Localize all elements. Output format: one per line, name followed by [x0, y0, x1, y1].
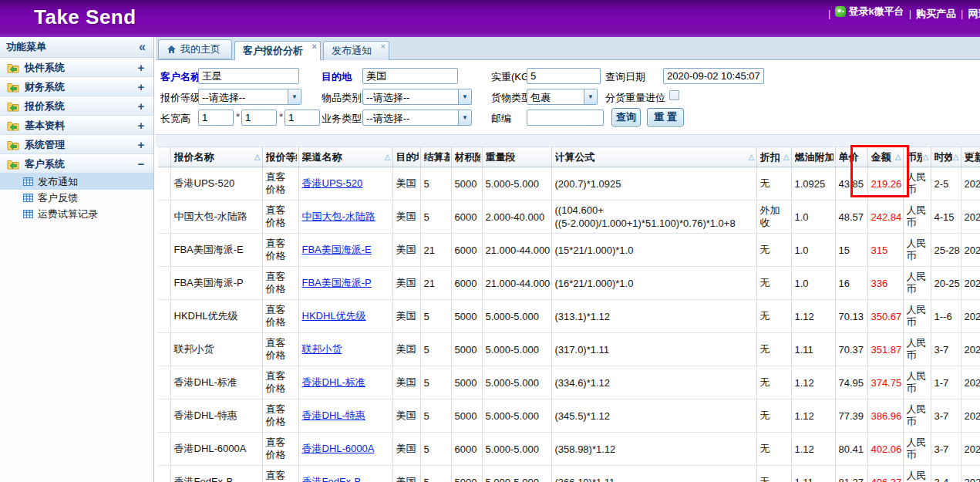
width-input[interactable] — [241, 110, 277, 126]
zip-input[interactable] — [527, 110, 604, 126]
cell-dest: 美国 — [392, 399, 420, 433]
sidebar-item-5-2[interactable]: 运费试算记录 — [0, 206, 153, 222]
cell-currency: 人民币 — [903, 466, 931, 482]
quote-level-select[interactable]: --请选择-- ▼ — [198, 89, 301, 105]
row-select-cell[interactable] — [158, 399, 170, 433]
split-weight-checkbox[interactable] — [669, 90, 679, 100]
tab-1[interactable]: 客户报价分析× — [234, 41, 321, 62]
cell-unit_price: 43.85 — [835, 167, 867, 201]
channel-link[interactable]: 香港UPS-520 — [302, 177, 363, 189]
dropdown-arrow-icon[interactable]: ▼ — [458, 110, 471, 125]
column-header-currency: 币别△ — [903, 147, 931, 167]
channel-link[interactable]: 香港DHL-特惠 — [302, 410, 365, 421]
quote-table-wrap: 报价名称△报价等级渠道名称△目的地结算基数材积除数重量段计算公式△折扣△燃油附加… — [158, 147, 980, 482]
expand-toggle-icon[interactable]: − — [136, 157, 146, 170]
weight-input[interactable] — [527, 68, 601, 84]
sort-icon[interactable]: △ — [783, 153, 790, 161]
cell-quote_level: 直客价格 — [262, 300, 298, 333]
sort-icon[interactable]: △ — [895, 153, 901, 161]
row-select-cell[interactable] — [158, 167, 170, 201]
column-header-inner: 目的地 — [393, 150, 420, 164]
cell-quote_level: 直客价格 — [262, 466, 298, 482]
table-row: 中国大包-水陆路直客价格中国大包-水陆路美国560002.000-40.000(… — [158, 201, 980, 234]
cell-formula: ((104.600+ ((5-2.000)/1.000+1)*51.100)*0… — [551, 201, 756, 234]
grid-icon — [23, 194, 33, 202]
cargo-type-select[interactable]: 包裹 ▼ — [527, 89, 598, 105]
sort-icon[interactable]: △ — [923, 153, 929, 161]
row-select-cell[interactable] — [158, 366, 170, 399]
cell-amount: 219.26 — [867, 167, 903, 201]
channel-link[interactable]: FBA美国海派-E — [302, 244, 372, 255]
header-link-购买产品[interactable]: 购买产品 — [916, 7, 956, 21]
row-select-cell[interactable] — [158, 267, 170, 300]
app-logo: Take Send — [34, 5, 136, 29]
height-input[interactable] — [285, 110, 320, 126]
sidebar-section-1[interactable]: 财务系统+ — [0, 77, 153, 96]
tab-0[interactable]: 我的主页 — [158, 39, 232, 59]
sidebar-section-2[interactable]: 报价系统+ — [0, 96, 153, 116]
close-tab-icon[interactable]: × — [312, 42, 317, 51]
cell-currency: 人民币 — [903, 333, 931, 366]
sidebar-section-3[interactable]: 基本资料+ — [0, 116, 153, 135]
cell-currency: 人民币 — [903, 366, 931, 399]
expand-toggle-icon[interactable]: + — [136, 99, 146, 113]
column-label: 结算基数 — [424, 150, 450, 164]
customer-input[interactable] — [198, 68, 299, 84]
sort-icon[interactable]: △ — [953, 153, 959, 161]
header-link-登录k微平台[interactable]: 登录k微平台 — [835, 5, 904, 19]
reset-button[interactable]: 重 置 — [647, 108, 684, 126]
close-tab-icon[interactable]: × — [381, 42, 386, 51]
row-select-cell[interactable] — [158, 300, 170, 333]
column-header-amount: 金额△ — [867, 147, 903, 167]
dropdown-arrow-icon[interactable]: ▼ — [288, 89, 301, 104]
row-select-cell[interactable] — [158, 466, 170, 482]
biz-type-select[interactable]: --请选择-- ▼ — [362, 110, 472, 126]
sidebar-section-5[interactable]: 客户系统− — [0, 154, 153, 174]
row-select-cell[interactable] — [158, 234, 170, 267]
length-input[interactable] — [198, 110, 234, 126]
dropdown-arrow-icon[interactable]: ▼ — [458, 89, 471, 104]
sidebar-section-0[interactable]: 快件系统+ — [0, 58, 153, 77]
biz-type-label: 业务类型 — [322, 112, 362, 126]
cell-vol_div: 6000 — [451, 433, 482, 466]
row-select-cell[interactable] — [158, 333, 170, 366]
row-select-cell[interactable] — [158, 201, 170, 234]
expand-toggle-icon[interactable]: + — [136, 138, 146, 151]
cell-amount: 386.96 — [867, 399, 903, 433]
item-category-select[interactable]: --请选择-- ▼ — [362, 89, 472, 105]
sort-icon[interactable]: △ — [749, 153, 755, 161]
sidebar-section-4[interactable]: 系统管理+ — [0, 135, 153, 154]
zip-label: 邮编 — [491, 112, 511, 126]
channel-link[interactable]: 香港FedEx-B — [302, 476, 362, 482]
sidebar-item-5-1[interactable]: 客户反馈 — [0, 190, 153, 206]
expand-toggle-icon[interactable]: + — [136, 119, 146, 132]
channel-link[interactable]: 香港DHL-6000A — [302, 443, 375, 454]
row-select-cell[interactable] — [158, 433, 170, 466]
query-date-input[interactable] — [663, 68, 764, 84]
channel-link[interactable]: 香港DHL-标准 — [302, 376, 365, 388]
folder-icon — [7, 140, 19, 150]
channel-link[interactable]: 中国大包-水陆路 — [302, 211, 375, 222]
tab-2[interactable]: 发布通知× — [323, 41, 389, 61]
channel-link[interactable]: HKDHL优先级 — [302, 310, 366, 322]
channel-link[interactable]: 联邦小货 — [302, 343, 342, 355]
cell-dest: 美国 — [392, 167, 420, 201]
column-header-inner: 结算基数 — [421, 150, 451, 164]
expand-toggle-icon[interactable]: + — [136, 61, 146, 74]
channel-link[interactable]: FBA美国海派-P — [302, 277, 372, 288]
expand-toggle-icon[interactable]: + — [136, 80, 146, 93]
cell-base: 21 — [420, 234, 451, 267]
sidebar-item-5-0[interactable]: 发布通知 — [0, 174, 153, 190]
customer-label: 客户名称 — [160, 70, 200, 84]
cell-base: 5 — [420, 466, 451, 482]
cell-quote_name: 中国大包-水陆路 — [170, 201, 262, 234]
search-button[interactable]: 查询 — [611, 108, 641, 126]
sort-icon[interactable]: △ — [385, 153, 391, 161]
collapse-sidebar-icon[interactable]: « — [139, 41, 146, 53]
dropdown-arrow-icon[interactable]: ▼ — [584, 89, 597, 104]
cell-unit_price: 74.95 — [835, 366, 867, 399]
header-link-网速测试[interactable]: 网速测试 — [968, 7, 980, 21]
sort-icon[interactable]: △ — [254, 153, 261, 161]
wechat-icon — [835, 6, 846, 17]
destination-input[interactable] — [362, 68, 458, 84]
